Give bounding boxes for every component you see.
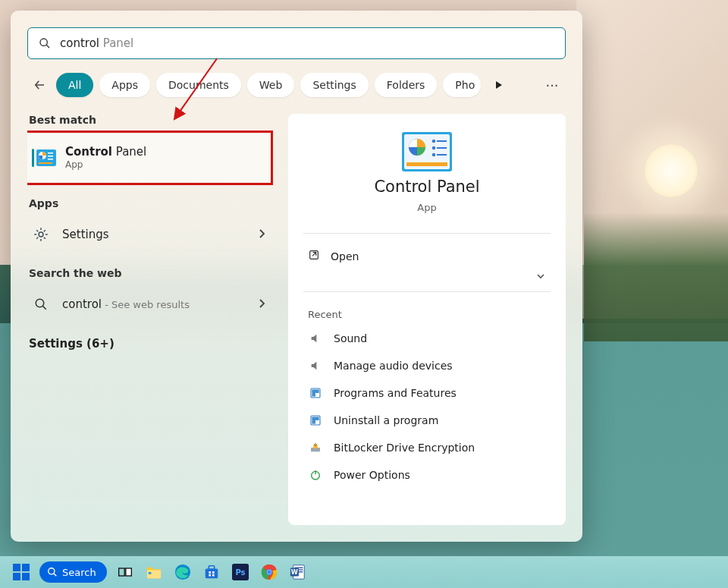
best-match-title-light: Panel [112, 145, 146, 159]
svg-rect-26 [312, 390, 315, 392]
control-panel-icon [36, 148, 56, 168]
recent-manage-audio[interactable]: Manage audio devices [303, 352, 551, 379]
svg-rect-32 [312, 421, 315, 423]
recent-item-label: Uninstall a program [334, 414, 438, 426]
recent-bitlocker[interactable]: BitLocker Drive Encryption [303, 434, 551, 461]
start-search-window: control Panel All Apps Documents Web Set… [11, 11, 582, 542]
svg-point-11 [36, 299, 44, 307]
best-match-title-bold: Control [65, 145, 112, 159]
triangle-right-icon [494, 80, 504, 90]
svg-line-45 [54, 574, 56, 576]
search-icon [30, 294, 52, 315]
settings-gear-icon [30, 224, 52, 245]
filter-photos[interactable]: Pho [443, 73, 481, 97]
filter-all[interactable]: All [56, 73, 93, 97]
svg-point-20 [432, 153, 435, 156]
result-settings[interactable]: Settings [27, 217, 271, 252]
start-button[interactable] [11, 561, 32, 583]
taskbar-search-label: Search [62, 567, 96, 578]
svg-point-0 [40, 39, 47, 46]
svg-rect-47 [126, 568, 132, 576]
filter-settings[interactable]: Settings [300, 73, 368, 97]
more-filters-button[interactable] [487, 73, 511, 97]
file-explorer-button[interactable] [143, 561, 165, 583]
speaker-icon [308, 331, 323, 346]
filter-documents-label: Documents [168, 79, 229, 91]
chrome-button[interactable] [259, 561, 280, 583]
chrome-icon [261, 564, 278, 580]
svg-point-18 [432, 146, 435, 149]
recent-sound[interactable]: Sound [303, 325, 551, 352]
svg-point-44 [49, 568, 55, 574]
result-settings-label: Settings [62, 228, 247, 241]
taskbar-search-button[interactable]: Search [39, 561, 107, 583]
result-web-label: control - See web results [62, 297, 247, 311]
annotation-highlight-box [27, 130, 273, 185]
recent-item-label: BitLocker Drive Encryption [334, 442, 475, 454]
svg-rect-43 [22, 573, 30, 580]
svg-line-24 [312, 253, 316, 256]
svg-text:Ps: Ps [235, 568, 245, 577]
chevron-right-icon [258, 298, 265, 310]
recent-uninstall-program[interactable]: Uninstall a program [303, 407, 551, 434]
filter-web[interactable]: Web [247, 73, 295, 97]
edge-button[interactable] [172, 561, 193, 583]
word-icon: W [290, 564, 306, 580]
taskbar: Search Ps [0, 556, 728, 588]
search-input[interactable]: control Panel [60, 36, 133, 50]
svg-rect-22 [406, 162, 447, 166]
best-match-result[interactable]: Control Panel App [27, 134, 271, 182]
svg-rect-48 [147, 570, 161, 578]
preview-pane: Control Panel App Open R [288, 114, 566, 525]
microsoft-store-button[interactable] [201, 561, 222, 583]
windows-logo-icon [13, 564, 30, 580]
expand-actions[interactable] [303, 271, 551, 284]
result-web-search[interactable]: control - See web results [27, 287, 271, 322]
filter-all-label: All [68, 79, 81, 91]
svg-line-1 [46, 45, 49, 48]
svg-marker-3 [496, 81, 502, 89]
recent-item-label: Programs and Features [334, 387, 457, 399]
photoshop-button[interactable]: Ps [230, 561, 251, 583]
task-view-icon [118, 564, 133, 580]
filter-folders[interactable]: Folders [375, 73, 438, 97]
svg-rect-7 [48, 156, 53, 157]
svg-rect-53 [209, 571, 211, 574]
filter-apps[interactable]: Apps [99, 73, 150, 97]
open-action-label: Open [331, 250, 359, 263]
filter-documents[interactable]: Documents [156, 73, 241, 97]
file-explorer-icon [146, 564, 162, 580]
search-icon [39, 37, 51, 49]
power-icon [308, 467, 323, 483]
svg-rect-56 [212, 574, 215, 577]
results-column: Best match [27, 114, 271, 525]
svg-rect-49 [148, 572, 151, 574]
svg-rect-6 [48, 153, 53, 154]
open-external-icon [308, 249, 320, 263]
svg-rect-42 [13, 573, 20, 580]
recent-item-label: Sound [334, 332, 367, 344]
search-input-container[interactable]: control Panel [27, 27, 566, 59]
recent-item-label: Power Options [334, 469, 410, 481]
svg-point-62 [267, 570, 271, 574]
svg-rect-46 [118, 568, 124, 576]
more-horizontal-icon: ··· [545, 77, 558, 93]
filter-folders-label: Folders [387, 79, 425, 91]
programs-icon [308, 413, 323, 428]
best-match-title: Control Panel [65, 145, 146, 159]
svg-rect-30 [312, 417, 315, 420]
recent-programs-features[interactable]: Programs and Features [303, 379, 551, 407]
recent-item-label: Manage audio devices [334, 360, 453, 372]
svg-rect-9 [39, 162, 52, 164]
back-button[interactable] [29, 74, 50, 96]
recent-power-options[interactable]: Power Options [303, 461, 551, 489]
task-view-button[interactable] [115, 561, 136, 583]
filter-row: All Apps Documents Web Settings Folders … [27, 73, 566, 97]
overflow-menu-button[interactable]: ··· [540, 73, 564, 97]
word-button[interactable]: W [287, 561, 309, 583]
chevron-down-icon [535, 271, 546, 284]
recent-header: Recent [308, 309, 546, 320]
open-action[interactable]: Open [303, 241, 551, 271]
preview-control-panel-icon [402, 132, 452, 171]
photoshop-icon: Ps [232, 564, 249, 580]
